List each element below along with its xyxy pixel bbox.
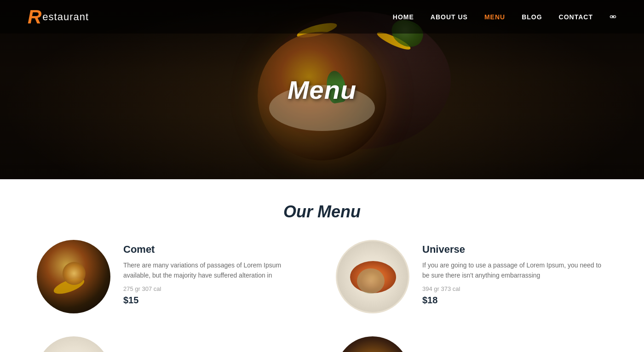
dish-image-3 bbox=[37, 336, 110, 352]
logo-r-letter: R bbox=[28, 7, 41, 27]
menu-item-comet: Comet There are many variations of passa… bbox=[37, 240, 308, 323]
logo-text: estaurant bbox=[42, 11, 89, 23]
menu-item-3 bbox=[37, 336, 308, 352]
main-nav: HOME ABOUT US MENU BLOG CONTACT ⚮ bbox=[393, 12, 616, 22]
nav-home[interactable]: HOME bbox=[393, 13, 414, 21]
item-meta-comet: 275 gr 307 cal bbox=[123, 285, 308, 292]
menu-item-info-universe: Universe If you are going to use a passa… bbox=[422, 240, 607, 306]
nav-menu[interactable]: MENU bbox=[484, 13, 505, 21]
dish-image-comet bbox=[37, 240, 110, 313]
menu-item-universe: Universe If you are going to use a passa… bbox=[336, 240, 607, 323]
item-price-universe: $18 bbox=[422, 295, 607, 306]
item-meta-universe: 394 gr 373 cal bbox=[422, 285, 607, 292]
menu-item-info-3 bbox=[123, 336, 308, 345]
item-name-universe: Universe bbox=[422, 244, 607, 255]
logo[interactable]: R estaurant bbox=[28, 7, 89, 27]
menu-section: Our Menu Comet There are many variations… bbox=[0, 179, 644, 352]
menu-grid: Comet There are many variations of passa… bbox=[37, 240, 607, 352]
item-name-comet: Comet bbox=[123, 244, 308, 255]
nav-about[interactable]: ABOUT US bbox=[431, 13, 468, 21]
menu-item-4 bbox=[336, 336, 607, 352]
menu-item-info-comet: Comet There are many variations of passa… bbox=[123, 240, 308, 306]
dish-image-universe bbox=[336, 240, 409, 313]
nav-blog[interactable]: BLOG bbox=[522, 13, 542, 21]
item-desc-comet: There are many variations of passages of… bbox=[123, 260, 308, 281]
item-desc-universe: If you are going to use a passage of Lor… bbox=[422, 260, 607, 281]
dish-image-4 bbox=[336, 336, 409, 352]
hero-title: Menu bbox=[288, 75, 356, 105]
section-heading: Our Menu bbox=[37, 202, 607, 221]
search-icon[interactable]: ⚮ bbox=[610, 12, 616, 22]
header: R estaurant HOME ABOUT US MENU BLOG CONT… bbox=[0, 0, 644, 34]
item-price-comet: $15 bbox=[123, 295, 308, 306]
menu-item-info-4 bbox=[422, 336, 607, 345]
nav-contact[interactable]: CONTACT bbox=[559, 13, 593, 21]
